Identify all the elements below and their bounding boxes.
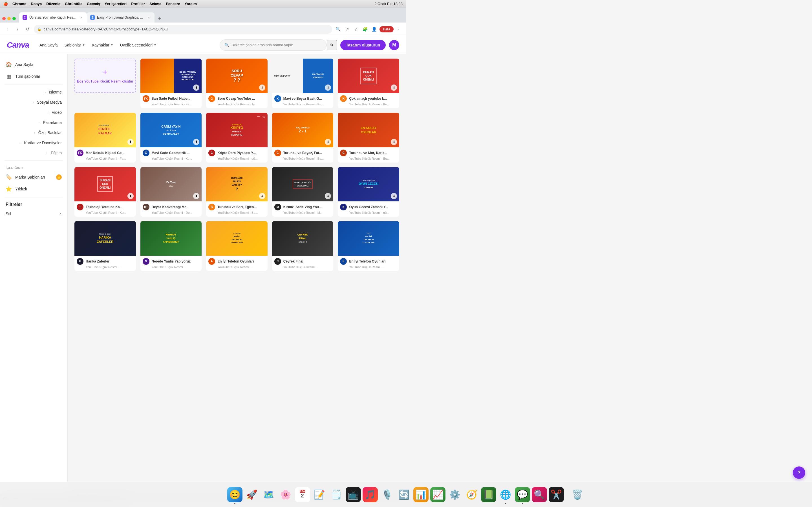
dock-notes[interactable]: 🗒️	[329, 487, 344, 502]
view-menu-item[interactable]: Görüntüle	[65, 2, 82, 6]
sidebar-item-custom-print[interactable]: › Özel Baskılar	[0, 128, 67, 138]
history-menu-item[interactable]: Geçmiş	[87, 2, 100, 6]
nav-home[interactable]: Ana Sayfa	[36, 41, 61, 50]
starred-icon: ⭐	[6, 186, 12, 192]
sidebar-item-cards[interactable]: › Kartlar ve Davetiyeler	[0, 138, 67, 148]
error-btn[interactable]: Hata	[379, 26, 394, 33]
sidebar-item-video[interactable]: › Video	[0, 107, 67, 117]
canva-search-bar[interactable]: 🔍	[220, 40, 327, 51]
chrome-menu-item[interactable]: Chrome	[12, 2, 26, 6]
create-card-inner[interactable]: + Boş YouTube Küçük Resmi oluştur	[74, 59, 136, 93]
user-avatar[interactable]: M	[389, 40, 399, 50]
back-btn[interactable]: ‹	[3, 25, 11, 33]
edit-menu-item[interactable]: Düzenle	[46, 2, 60, 6]
template-subtitle-7: YouTube Küçük Resmi - gü...	[217, 157, 265, 160]
template-card-4[interactable]: BURASIÇOKÖNEMLİ ⬇ K Çok amaçlı youtube k…	[338, 59, 399, 108]
nav-templates[interactable]: Şablonlar ▼	[61, 41, 89, 50]
dock-notes-icon: 🗒️	[331, 489, 342, 500]
help-menu-item[interactable]: Yardım	[185, 2, 197, 6]
filter-style[interactable]: Stil ∧	[6, 209, 62, 218]
template-card-9[interactable]: EN KOLAYOYUNLAR ⬇ G Turuncu ve Mor, Kari…	[338, 113, 399, 162]
new-tab-btn[interactable]: +	[156, 15, 163, 22]
template-creator-11: DT Beyaz Kahverengi Mo...	[143, 204, 200, 210]
sidebar-item-marketing[interactable]: › Pazarlama	[0, 117, 67, 128]
template-title-9: Turuncu ve Mor, Karik...	[349, 151, 397, 155]
dock-calendar[interactable]: OCA 2	[295, 487, 310, 502]
resources-arrow-icon: ▼	[110, 43, 113, 47]
template-card-3[interactable]: HAFTANINVİDEOSU UZAY VE DÜNYA ⬇ K Mavi v…	[272, 59, 334, 108]
template-card-5[interactable]: 10 ADIMDA POZİTİF KALMAK ⬇ FK Mor Dokulu…	[74, 113, 136, 162]
content-area: + Boş YouTube Küçük Resmi oluştur BC SK.…	[68, 54, 406, 494]
profile-btn[interactable]: 👤	[370, 25, 378, 33]
template-card-16[interactable]: NEREDEYANLIŞYAPIYORUZ? N Nerede Yanlış Y…	[140, 221, 202, 271]
google-search-btn[interactable]: 🔍	[335, 25, 342, 33]
sidebar-item-all-templates[interactable]: ▦ Tüm şablonlar	[0, 70, 67, 82]
template-creator-16: N Nerede Yanlış Yapıyoruz	[143, 258, 200, 265]
bookmarks-menu-item[interactable]: Yer İşaretleri	[105, 2, 126, 6]
template-info-7: G Kripto Para Piyasası Y... YouTube Küçü…	[206, 147, 267, 163]
tab1-close[interactable]: ×	[79, 15, 84, 20]
template-card-12[interactable]: BUNLARIBİLENVAR MI?? ⬇ G Turuncu ve Sarı…	[206, 167, 267, 217]
sidebar-item-home[interactable]: 🏠 Ana Sayfa	[0, 59, 67, 70]
window-maximize-btn[interactable]	[12, 17, 16, 20]
window-minimize-btn[interactable]	[7, 17, 11, 20]
template-card-14[interactable]: Gece Yarısında OYUN GECESİ ZAMANI ⬇ K Oy…	[338, 167, 399, 217]
dock-launchpad[interactable]: 🚀	[244, 487, 259, 502]
macos-dock: 😊 🚀 🗺️ 🌸 OCA 2 📝 🗒️ 📺 🎵 🎙️ 🔄 📊 📈 ⚙️	[0, 482, 406, 507]
search-input[interactable]	[232, 43, 322, 47]
extensions-btn[interactable]: 🧩	[361, 25, 369, 33]
sidebar-item-starred[interactable]: ⭐ Yıldızlı	[0, 183, 67, 195]
template-card-17[interactable]: A-DROID EN İYİ TELEFON OYUNLARI A En İyi…	[206, 221, 267, 271]
dock-appletv[interactable]: 📺	[346, 487, 361, 502]
sidebar-item-education[interactable]: › Eğitim	[0, 148, 67, 158]
address-bar[interactable]: 🔒 canva.com/templates/?category=tACZCnmC…	[34, 25, 332, 34]
tab-easy-graphics[interactable]: E Easy Promotional Graphics, Vid... ×	[87, 12, 154, 22]
more-menu-btn[interactable]: ⋮	[395, 25, 403, 33]
dock-music[interactable]: 🎵	[363, 487, 378, 502]
forward-btn[interactable]: ›	[13, 25, 21, 33]
tab-canva[interactable]: C Ücretsiz YouTube Küçük Resim... ×	[19, 12, 87, 22]
template-card-7[interactable]: HAFTALIK KRİPTO PİYASA RAPORU ☆ ⋯ G Krip…	[206, 113, 267, 162]
apple-menu[interactable]: 🍎	[3, 2, 8, 6]
search-settings-btn[interactable]: ⚙	[327, 40, 337, 50]
sidebar-item-business[interactable]: › İşletme	[0, 87, 67, 97]
template-title-5: Mor Dokulu Kişisel Ge...	[86, 151, 134, 155]
sidebar-item-brand-templates[interactable]: 🏷️ Marka Şablonları ⭐	[0, 171, 67, 183]
template-card-6[interactable]: CANLI YAYIN Her Pazar CEYDA ALEV ⬇ G Mav…	[140, 113, 202, 162]
dock-finder[interactable]: 😊	[227, 487, 243, 502]
reload-btn[interactable]: ↺	[24, 25, 32, 33]
create-template-card[interactable]: + Boş YouTube Küçük Resmi oluştur	[74, 59, 136, 108]
share-btn[interactable]: ↗	[343, 25, 351, 33]
nav-resources[interactable]: Kaynaklar ▼	[89, 41, 117, 50]
tab2-close[interactable]: ×	[147, 15, 151, 20]
bookmark-btn[interactable]: ☆	[352, 25, 360, 33]
tab-menu-item[interactable]: Sekme	[149, 2, 161, 6]
profiles-menu-item[interactable]: Profiller	[131, 2, 145, 6]
template-card-11[interactable]: Ev TuruVlog ⬇ DT Beyaz Kahverengi Mo... …	[140, 167, 202, 217]
create-design-btn[interactable]: Tasarım oluşturun	[340, 40, 386, 50]
template-card-18[interactable]: ÇEYREKFİNALSEZON 2 C Çeyrek Final YouTub…	[272, 221, 334, 271]
template-card-19[interactable]: 2022 EN İYİ TELEFON OYUNLARI E En İyi Te…	[338, 221, 399, 271]
business-expand-icon: ›	[45, 91, 46, 94]
canva-logo[interactable]: Canva	[7, 41, 29, 50]
file-menu-item[interactable]: Dosya	[31, 2, 42, 6]
dock-migration[interactable]: 🔄	[396, 487, 406, 502]
dock-reminders[interactable]: 📝	[312, 487, 327, 502]
template-subtitle-14: YouTube Küçük Resmi - gü...	[349, 211, 397, 214]
template-card-8[interactable]: MAÇ SONUCU 2 - 1 ⬇ G Turuncu ve Beyaz, F…	[272, 113, 334, 162]
window-close-btn[interactable]	[2, 17, 6, 20]
template-card-15[interactable]: Moda E-Spor HARİKA ZAFERLER H Harika Zaf…	[74, 221, 136, 271]
template-card-13[interactable]: VİDEO BAŞLIĞIEKLEYİNİZ ⬇ M Kırmızı Sade …	[272, 167, 334, 217]
dock-maps[interactable]: 🗺️	[261, 487, 276, 502]
dock-podcasts[interactable]: 🎙️	[379, 487, 395, 502]
template-title-10: Teknoloji Youtube Ka...	[86, 205, 134, 209]
sidebar-item-social[interactable]: › Sosyal Medya	[0, 97, 67, 107]
card7-more-icon: ⋯	[257, 114, 260, 118]
template-card-10[interactable]: BURASIÇOKÖNEMLİ ⬇ T Teknoloji Youtube Ka…	[74, 167, 136, 217]
dock-photos[interactable]: 🌸	[278, 487, 293, 502]
template-card-1[interactable]: BC SK. PATRONUTAKIMINI 2023SEZONUNAHAZIR…	[140, 59, 202, 108]
template-card-2[interactable]: SORUCEVAP? ? ⬇ G Soru Cevap YouTube ... …	[206, 59, 267, 108]
template-creator-4: K Çok amaçlı youtube k...	[340, 95, 397, 102]
window-menu-item[interactable]: Pencere	[166, 2, 180, 6]
nav-membership[interactable]: Üyelik Seçenekleri ▼	[117, 41, 160, 50]
